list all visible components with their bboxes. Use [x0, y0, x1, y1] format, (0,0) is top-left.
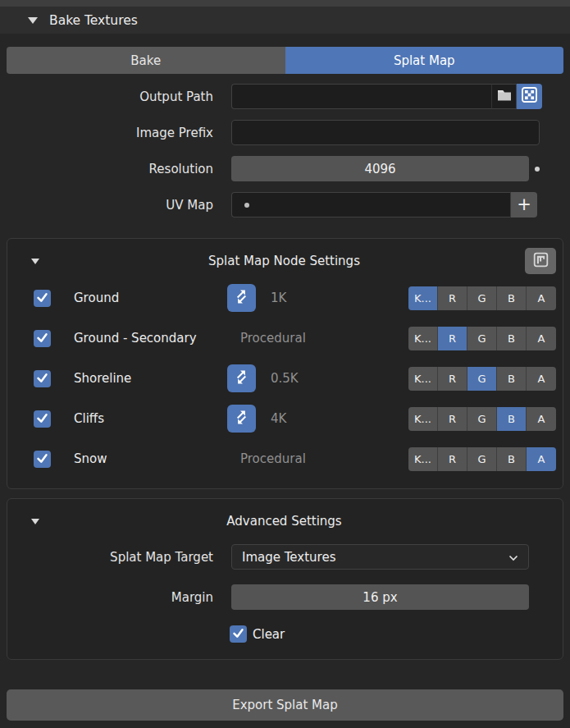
layer-resolution-area: Procedural: [227, 451, 408, 466]
channel-option-r[interactable]: R: [438, 286, 467, 310]
collapse-triangle-icon[interactable]: [28, 17, 38, 24]
output-path-label: Output Path: [7, 89, 231, 104]
layer-resolution-text: 4K: [271, 411, 286, 426]
uv-map-row: UV Map +: [7, 191, 537, 218]
animate-property-dot[interactable]: [535, 167, 540, 172]
swap-arrows-icon: [234, 410, 249, 428]
channel-segment-group: K...RGBA: [408, 286, 556, 310]
channel-option-b[interactable]: B: [497, 367, 527, 391]
layer-enabled-checkbox[interactable]: [34, 330, 51, 347]
checker-image-icon: [522, 87, 537, 106]
channel-option-g[interactable]: G: [467, 327, 497, 350]
swap-arrows-icon: [234, 369, 249, 388]
mode-tabs: Bake Splat Map: [7, 47, 563, 74]
checkmark-icon: [36, 291, 48, 306]
channel-option-b[interactable]: B: [497, 327, 527, 350]
collapse-triangle-icon[interactable]: [31, 259, 39, 264]
uv-map-label: UV Map: [7, 198, 231, 213]
panel-title: Bake Textures: [49, 13, 138, 28]
layer-name: Snow: [74, 451, 227, 466]
resolution-value-slider[interactable]: 4096: [231, 156, 529, 181]
layer-enabled-checkbox[interactable]: [34, 410, 51, 428]
export-splat-map-button[interactable]: Export Splat Map: [7, 689, 563, 721]
channel-option-b[interactable]: B: [497, 407, 527, 431]
channel-option-g[interactable]: G: [467, 367, 497, 391]
dropdown-value: Image Textures: [242, 550, 335, 565]
splat-map-target-label: Splat Map Target: [19, 550, 231, 565]
clear-label: Clear: [253, 627, 285, 642]
channel-option-k[interactable]: K...: [408, 447, 438, 471]
advanced-settings-title: Advanced Settings: [52, 514, 517, 529]
margin-row: Margin 16 px: [19, 584, 556, 611]
layer-row-cliffs: Cliffs4KK...RGBA: [19, 404, 556, 433]
layer-list: Ground1KK...RGBAGround - SecondaryProced…: [19, 283, 556, 474]
layer-enabled-checkbox[interactable]: [34, 290, 51, 307]
checkmark-icon: [36, 451, 48, 467]
image-prefix-input[interactable]: [231, 120, 540, 145]
swap-resolution-button[interactable]: [227, 284, 256, 312]
layer-name: Shoreline: [74, 371, 227, 386]
channel-option-g[interactable]: G: [467, 286, 497, 310]
channel-option-k[interactable]: K...: [408, 286, 438, 310]
collapse-triangle-icon[interactable]: [31, 519, 39, 524]
channel-segment-group: K...RGBA: [408, 447, 556, 471]
channel-option-k[interactable]: K...: [408, 367, 438, 391]
clear-row: Clear: [230, 625, 556, 643]
resolution-row: Resolution 4096: [7, 155, 554, 182]
output-path-input[interactable]: [231, 84, 491, 109]
browse-folder-button[interactable]: [491, 84, 517, 109]
output-path-control: [231, 84, 542, 109]
channel-option-g[interactable]: G: [467, 407, 497, 431]
margin-label: Margin: [19, 590, 231, 605]
margin-value-slider[interactable]: 16 px: [231, 584, 529, 610]
layer-resolution-area: 4K: [227, 405, 408, 433]
checkmark-icon: [36, 331, 48, 346]
channel-option-r[interactable]: R: [438, 447, 467, 471]
image-datablock-button[interactable]: [517, 84, 542, 109]
channel-option-r[interactable]: R: [438, 407, 467, 431]
tab-bake[interactable]: Bake: [7, 47, 285, 74]
property-list: Output Path: [7, 83, 563, 218]
layer-row-ground: Ground1KK...RGBA: [19, 283, 556, 313]
channel-option-k[interactable]: K...: [408, 407, 438, 431]
layer-resolution-text: Procedural: [240, 331, 306, 346]
layer-enabled-checkbox[interactable]: [34, 451, 51, 468]
channel-option-a[interactable]: A: [527, 367, 556, 391]
layer-resolution-area: 0.5K: [227, 364, 408, 392]
texture-paint-button[interactable]: [525, 248, 556, 274]
splat-map-target-dropdown[interactable]: Image Textures: [231, 544, 529, 570]
uv-map-select-field[interactable]: [231, 192, 510, 217]
channel-option-a[interactable]: A: [527, 286, 556, 310]
layer-enabled-checkbox[interactable]: [34, 370, 51, 387]
node-settings-header[interactable]: Splat Map Node Settings: [19, 245, 556, 277]
layer-row-snow: SnowProceduralK...RGBA: [19, 444, 556, 474]
layer-name: Cliffs: [74, 411, 227, 426]
advanced-settings-panel: Advanced Settings Splat Map Target Image…: [7, 498, 563, 660]
channel-option-g[interactable]: G: [467, 447, 497, 471]
swap-resolution-button[interactable]: [227, 364, 256, 392]
channel-option-r[interactable]: R: [438, 327, 467, 350]
clear-checkbox[interactable]: [230, 625, 247, 643]
channel-option-b[interactable]: B: [497, 447, 527, 471]
layer-resolution-text: Procedural: [240, 451, 306, 466]
swap-arrows-icon: [234, 289, 249, 308]
channel-option-k[interactable]: K...: [408, 327, 438, 350]
channel-option-a[interactable]: A: [527, 327, 556, 350]
layer-row-ground-secondary: Ground - SecondaryProceduralK...RGBA: [19, 323, 556, 353]
channel-segment-group: K...RGBA: [408, 367, 556, 391]
channel-option-a[interactable]: A: [527, 447, 556, 471]
texture-paint-icon: [533, 252, 549, 271]
channel-option-b[interactable]: B: [497, 286, 527, 310]
swap-resolution-button[interactable]: [227, 405, 256, 433]
image-prefix-label: Image Prefix: [7, 126, 231, 140]
resolution-label: Resolution: [7, 162, 231, 176]
tab-splat-map[interactable]: Splat Map: [285, 47, 564, 74]
advanced-settings-header[interactable]: Advanced Settings: [19, 506, 556, 537]
panel-header[interactable]: Bake Textures: [0, 7, 570, 34]
layer-resolution-area: 1K: [227, 284, 408, 312]
channel-option-r[interactable]: R: [438, 367, 467, 391]
channel-option-a[interactable]: A: [527, 407, 556, 431]
layer-name: Ground - Secondary: [74, 331, 227, 346]
chevron-down-icon: [508, 550, 518, 565]
add-uv-map-button[interactable]: +: [510, 192, 537, 217]
